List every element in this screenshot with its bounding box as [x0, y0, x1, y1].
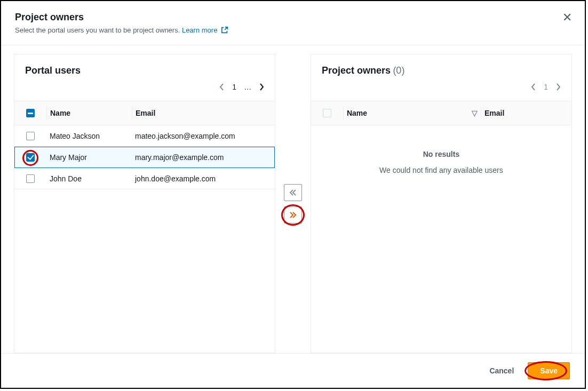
checkbox-indeterminate-icon [26, 109, 35, 117]
close-icon[interactable]: ✕ [562, 12, 572, 23]
page-ellipsis: … [244, 83, 251, 91]
table-row[interactable]: Mateo Jackson mateo.jackson@example.com [14, 125, 275, 147]
empty-message: We could not find any available users [316, 166, 566, 174]
table-body: Mateo Jackson mateo.jackson@example.com … [14, 125, 275, 353]
learn-more-link[interactable]: Learn more [182, 26, 228, 34]
chevron-double-right-icon [289, 211, 297, 219]
dialog-subtitle: Select the portal users you want to be p… [15, 26, 571, 34]
dialog-header: Project owners Select the portal users y… [1, 1, 585, 45]
column-email[interactable]: Email [481, 107, 571, 119]
table-header: Name ▽ Email [311, 101, 571, 125]
select-all-cell[interactable] [14, 109, 46, 117]
empty-state: No results We could not find any availab… [311, 125, 571, 199]
chevron-double-left-icon [289, 188, 297, 197]
panel-title: Project owners [322, 65, 391, 76]
dialog-body: Portal users 1 … Name Email Mateo Jackso… [1, 45, 585, 353]
transfer-controls [275, 54, 311, 353]
page-number: 1 [232, 83, 236, 91]
page-next-icon[interactable] [259, 83, 264, 91]
table-header: Name Email [14, 101, 275, 125]
cell-email: john.doe@example.com [132, 174, 275, 183]
page-number: 1 [544, 83, 548, 91]
row-checkbox[interactable] [14, 174, 46, 183]
save-button[interactable]: Save [528, 362, 570, 379]
column-email[interactable]: Email [132, 107, 275, 119]
cell-email: mateo.jackson@example.com [132, 132, 275, 140]
cell-name: John Doe [46, 174, 132, 183]
page-next-icon[interactable] [555, 83, 561, 91]
panel-title: Portal users [25, 65, 81, 76]
checkbox-checked-icon [26, 153, 35, 162]
cell-name: Mateo Jackson [46, 132, 132, 140]
cell-name: Mary Major [46, 153, 132, 162]
checkbox-icon [26, 132, 35, 140]
row-checkbox[interactable] [14, 132, 46, 140]
external-link-icon [221, 26, 228, 34]
project-owners-panel: Project owners (0) 1 Name ▽ Email No res… [311, 54, 572, 353]
page-prev-icon[interactable] [531, 83, 536, 91]
sort-icon: ▽ [472, 109, 478, 117]
empty-title: No results [316, 150, 566, 158]
cell-email: mary.major@example.com [132, 153, 275, 162]
column-name[interactable]: Name ▽ [343, 107, 481, 119]
portal-users-panel: Portal users 1 … Name Email Mateo Jackso… [14, 54, 275, 353]
row-checkbox[interactable] [14, 153, 46, 162]
panel-count: (0) [393, 65, 404, 76]
table-row[interactable]: Mary Major mary.major@example.com [14, 147, 275, 168]
select-all-cell [311, 109, 343, 117]
dialog-title: Project owners [15, 12, 571, 23]
checkbox-disabled-icon [323, 109, 331, 117]
checkbox-icon [26, 174, 35, 183]
page-prev-icon[interactable] [219, 83, 225, 91]
pagination: 1 [311, 81, 571, 101]
cancel-button[interactable]: Cancel [481, 362, 522, 379]
table-body: No results We could not find any availab… [311, 125, 571, 353]
panel-header: Portal users [14, 54, 275, 81]
panel-header: Project owners (0) [311, 54, 571, 81]
pagination: 1 … [14, 81, 275, 101]
move-right-button[interactable] [284, 206, 302, 224]
move-left-button[interactable] [284, 184, 302, 201]
table-row[interactable]: John Doe john.doe@example.com [14, 168, 275, 189]
column-name[interactable]: Name [46, 107, 132, 119]
dialog-footer: Cancel Save [1, 353, 585, 388]
project-owners-dialog: Project owners Select the portal users y… [0, 0, 586, 389]
